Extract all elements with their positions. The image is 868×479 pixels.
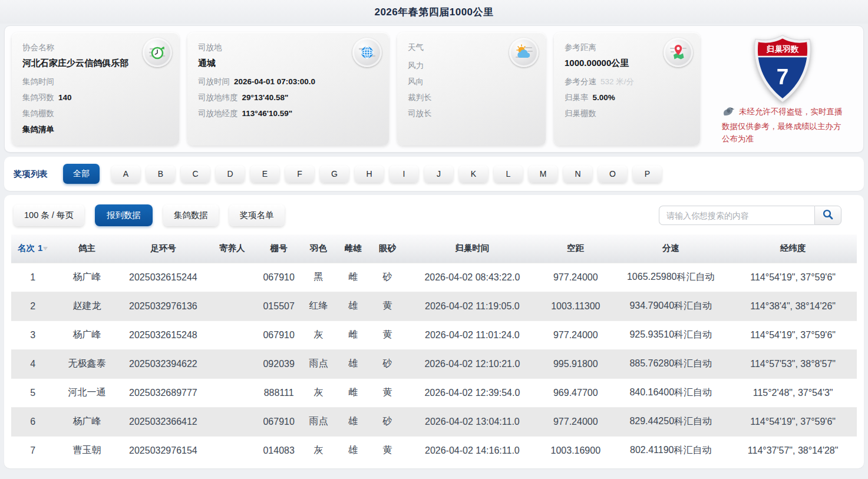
card-line-label: 风向 bbox=[408, 77, 424, 87]
award-tab-j[interactable]: J bbox=[424, 166, 453, 183]
association-card: 协会名称 河北石家庄少云信鸽俱乐部 集鸽时间集鸽羽数140集鸽棚数集鸽清单 bbox=[12, 32, 179, 146]
cell-feather-color: 雨点 bbox=[301, 349, 337, 378]
award-tab-n[interactable]: N bbox=[563, 166, 592, 183]
cell-coordinates: 114°54'19", 37°59'6" bbox=[729, 321, 857, 349]
toolbar-data-tabs: 报到数据集鸽数据奖项名单 bbox=[84, 204, 285, 226]
card-line-label: 集鸽棚数 bbox=[22, 108, 54, 119]
cell-distance: 977.24000 bbox=[539, 263, 612, 292]
card-line: 归巢棚数 bbox=[565, 108, 689, 119]
award-tab-g[interactable]: G bbox=[320, 166, 349, 183]
cell-sex: 雄 bbox=[336, 349, 369, 378]
award-tab-c[interactable]: C bbox=[181, 166, 210, 183]
page-size-button[interactable]: 100 条 / 每页 bbox=[14, 204, 84, 226]
cell-speed: 885.76280科汇自动 bbox=[612, 349, 729, 378]
cell-feather-color: 灰 bbox=[301, 436, 337, 465]
returns-badge-column: 归巢羽数 7 未经允许不得盗链，实时直播数据仅供参考，最终成绩以主办方公布为准 bbox=[708, 32, 856, 146]
table-row[interactable]: 4无极鑫泰2025032394622092039雨点雄砂2026-04-02 1… bbox=[11, 349, 857, 378]
cell-foster bbox=[207, 263, 257, 292]
card-line-label: 司放时间 bbox=[198, 77, 230, 87]
card-line: 参考分速532 米/分 bbox=[565, 77, 689, 87]
card-line-value: 5.00% bbox=[593, 93, 615, 102]
toolbar-tab[interactable]: 奖项名单 bbox=[229, 204, 285, 226]
award-tab-b[interactable]: B bbox=[146, 166, 175, 183]
table-header-row: 名次1鸽主足环号寄养人棚号羽色雌雄眼砂归巢时间空距分速经纬度 bbox=[11, 234, 857, 263]
card-line: 风向 bbox=[408, 77, 535, 87]
cell-eye: 砂 bbox=[369, 407, 406, 436]
table-row[interactable]: 7曹玉朝2025032976154014083灰雄黄2026-04-02 14:… bbox=[11, 436, 857, 465]
card-line-label[interactable]: 集鸽清单 bbox=[22, 124, 54, 135]
cell-foster bbox=[207, 378, 257, 407]
cell-eye: 黄 bbox=[369, 292, 406, 321]
toolbar-tab[interactable]: 集鸽数据 bbox=[163, 204, 219, 226]
awards-panel: 奖项列表 全部 ABCDEFGHIJKLMNOP bbox=[4, 157, 864, 191]
card-line-label: 风力 bbox=[408, 61, 424, 71]
cell-distance: 977.24000 bbox=[539, 407, 612, 436]
column-header-coordinates: 经纬度 bbox=[729, 234, 857, 263]
column-header-rank[interactable]: 名次1 bbox=[11, 234, 54, 263]
info-panel: 协会名称 河北石家庄少云信鸽俱乐部 集鸽时间集鸽羽数140集鸽棚数集鸽清单 司放… bbox=[4, 25, 864, 153]
cell-speed: 1065.25980科汇自动 bbox=[612, 263, 729, 292]
table-row[interactable]: 1杨广峰2025032615244067910黑雌砂2026-04-02 08:… bbox=[11, 263, 857, 292]
card-line-label: 归巢棚数 bbox=[565, 108, 596, 119]
cell-owner: 杨广峰 bbox=[54, 321, 119, 349]
award-tab-all[interactable]: 全部 bbox=[63, 164, 100, 184]
award-tab-a[interactable]: A bbox=[111, 166, 140, 183]
timer-refresh-icon bbox=[143, 38, 172, 67]
cell-return-time: 2026-04-02 11:19:05.0 bbox=[405, 292, 539, 321]
toolbar-tab[interactable]: 报到数据 bbox=[95, 204, 153, 226]
column-header-speed: 分速 bbox=[612, 234, 729, 263]
results-panel: 100 条 / 每页 报到数据集鸽数据奖项名单 名次1鸽主足环号寄养人棚号羽色雌… bbox=[4, 195, 864, 468]
column-header-return-time: 归巢时间 bbox=[405, 234, 539, 263]
page-title: 2026年春第四届1000公里 bbox=[374, 5, 493, 19]
cell-coordinates: 114°54'19", 37°59'6" bbox=[729, 407, 857, 436]
awards-label: 奖项列表 bbox=[14, 169, 48, 180]
cell-ring-number: 2025032689777 bbox=[120, 378, 207, 407]
card-line-label: 裁判长 bbox=[408, 93, 432, 103]
map-pin-icon bbox=[664, 38, 693, 67]
award-tab-m[interactable]: M bbox=[529, 166, 557, 183]
award-tab-l[interactable]: L bbox=[494, 166, 523, 183]
award-tab-d[interactable]: D bbox=[216, 166, 245, 183]
table-row[interactable]: 6杨广峰2025032366412067910雨点雄砂2026-04-02 13… bbox=[11, 407, 857, 436]
cell-return-time: 2026-04-02 13:04:11.0 bbox=[405, 407, 539, 436]
release-site-label: 司放地 bbox=[198, 42, 378, 53]
award-tab-i[interactable]: I bbox=[390, 166, 418, 183]
cell-coordinates: 114°54'19", 37°59'6" bbox=[729, 263, 857, 292]
award-tab-e[interactable]: E bbox=[250, 166, 279, 183]
card-line-label: 司放地纬度 bbox=[198, 93, 238, 103]
cell-sex: 雌 bbox=[336, 263, 369, 292]
table-row[interactable]: 5河北一通2025032689777888111灰雌黄2026-04-02 12… bbox=[11, 378, 857, 407]
award-tab-p[interactable]: P bbox=[633, 166, 662, 183]
card-line: 归巢率5.00% bbox=[565, 93, 689, 103]
column-header-eye: 眼砂 bbox=[369, 234, 406, 263]
cell-ring-number: 2025032615244 bbox=[120, 263, 207, 292]
cell-return-time: 2026-04-02 12:39:54.0 bbox=[405, 378, 539, 407]
cell-owner: 杨广峰 bbox=[54, 263, 119, 292]
column-header-distance: 空距 bbox=[539, 234, 612, 263]
table-row[interactable]: 2赵建龙2025032976136015507红绛雄黄2026-04-02 11… bbox=[11, 292, 857, 321]
globe-icon bbox=[352, 38, 382, 67]
award-tab-h[interactable]: H bbox=[355, 166, 384, 183]
cell-feather-color: 雨点 bbox=[301, 407, 337, 436]
disclaimer: 未经允许不得盗链，实时直播数据仅供参考，最终成绩以主办方公布为准 bbox=[722, 105, 843, 146]
cell-distance: 977.24000 bbox=[539, 321, 612, 349]
award-tab-f[interactable]: F bbox=[285, 166, 314, 183]
cell-owner: 曹玉朝 bbox=[54, 436, 119, 465]
cell-loft-number: 067910 bbox=[258, 321, 301, 349]
award-tab-o[interactable]: O bbox=[598, 166, 627, 183]
column-header-owner: 鸽主 bbox=[54, 234, 119, 263]
card-line: 集鸽时间 bbox=[22, 77, 169, 87]
cell-foster bbox=[207, 321, 257, 349]
search-button[interactable] bbox=[814, 206, 841, 225]
award-tab-k[interactable]: K bbox=[459, 166, 488, 183]
card-line-value: 140 bbox=[58, 93, 72, 102]
results-table: 名次1鸽主足环号寄养人棚号羽色雌雄眼砂归巢时间空距分速经纬度 1杨广峰20250… bbox=[11, 234, 857, 465]
search-input[interactable] bbox=[659, 206, 814, 225]
cell-sex: 雌 bbox=[336, 321, 369, 349]
cell-coordinates: 115°2'48", 37°54'3" bbox=[729, 378, 857, 407]
cell-owner: 赵建龙 bbox=[54, 292, 119, 321]
table-row[interactable]: 3杨广峰2025032615248067910灰雌黄2026-04-02 11:… bbox=[11, 321, 857, 349]
cell-speed: 925.93510科汇自动 bbox=[612, 321, 729, 349]
card-line-label: 集鸽羽数 bbox=[22, 93, 54, 103]
cell-loft-number: 015507 bbox=[258, 292, 301, 321]
